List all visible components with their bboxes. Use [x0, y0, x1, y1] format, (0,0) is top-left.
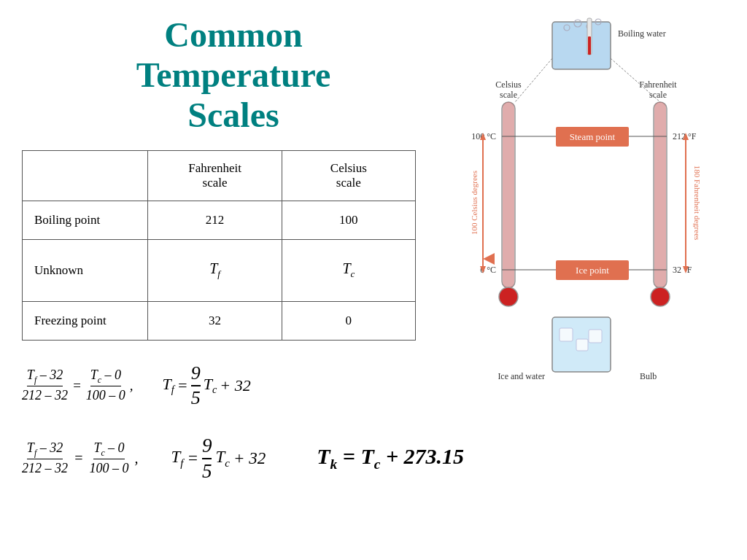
unknown-label: Unknown — [23, 239, 148, 301]
left-section: Common Temperature Scales Fahrenheitscal… — [22, 15, 445, 409]
frac1-num: Tf – 32 — [27, 368, 63, 387]
freezing-fahrenheit: 32 — [148, 301, 282, 340]
equals1: = — [72, 378, 82, 394]
formula2: Tf = 9 5 Tc + 32 — [163, 362, 251, 409]
frac1-den: 212 – 32 — [22, 386, 68, 403]
frac2-num: Tc – 0 — [90, 368, 121, 387]
diagram-svg: Boiling water Celsius scale Fahrenheit s… — [468, 15, 716, 394]
tf-label: Tf — [163, 375, 174, 396]
five-den: 5 — [202, 459, 212, 483]
nine-num: 9 — [202, 435, 212, 459]
kelvin-formula: Tk = Tc + 273.15 — [317, 444, 464, 472]
big-fraction: 9 5 — [191, 362, 201, 409]
col-celsius-header: Celsiusscale — [282, 150, 415, 201]
svg-point-17 — [651, 287, 670, 306]
big-frac-den: 5 — [191, 386, 201, 409]
svg-text:Steam point: Steam point — [570, 131, 616, 142]
right-section: Boiling water Celsius scale Fahrenheit s… — [460, 15, 725, 409]
svg-rect-44 — [589, 330, 602, 343]
table-row: Boiling point 212 100 — [23, 201, 416, 239]
formulas-section: Tf – 32 212 – 32 = Tc – 0 100 – 0 , Tf =… — [22, 362, 445, 409]
freezing-celsius: 0 — [282, 301, 415, 340]
bottom-frac2-num: Tc – 0 — [93, 440, 124, 460]
temperature-table: Fahrenheitscale Celsiusscale Boiling poi… — [22, 150, 416, 341]
svg-rect-0 — [552, 22, 611, 69]
unknown-celsius: Tc — [282, 239, 415, 301]
table-row: Unknown Tf Tc — [23, 239, 416, 301]
svg-text:32 °F: 32 °F — [673, 265, 692, 275]
col-fahrenheit-header: Fahrenheitscale — [148, 150, 282, 201]
comma: , — [130, 378, 133, 394]
title-line3: Scales — [22, 95, 445, 135]
svg-text:Celsius: Celsius — [495, 79, 522, 90]
big-frac-num: 9 — [191, 362, 201, 386]
formula1: Tf – 32 212 – 32 = Tc – 0 100 – 0 , — [22, 368, 133, 404]
tc2-label: Tc — [215, 448, 229, 470]
bottom-frac1: Tf – 32 212 – 32 — [22, 440, 68, 477]
title-line1: Common — [22, 15, 445, 55]
boiling-celsius: 100 — [282, 201, 415, 239]
fraction1: Tf – 32 212 – 32 — [22, 368, 68, 404]
boiling-fahrenheit: 212 — [148, 201, 282, 239]
unknown-fahrenheit: Tf — [148, 239, 282, 301]
svg-text:Bulb: Bulb — [640, 371, 657, 381]
svg-rect-13 — [503, 102, 514, 288]
bottom-frac1-den: 212 – 32 — [22, 459, 68, 476]
bottom-formulas: Tf – 32 212 – 32 = Tc – 0 100 – 0 , Tf =… — [0, 427, 747, 490]
svg-rect-43 — [576, 339, 588, 351]
frac-nine-five: 9 5 — [202, 435, 212, 483]
bottom-comma: , — [135, 450, 139, 467]
bottom-frac1-num: Tf – 32 — [27, 440, 63, 460]
plus-32: + 32 — [220, 376, 250, 395]
bottom-frac2-den: 100 – 0 — [90, 459, 129, 476]
svg-text:Boiling water: Boiling water — [618, 28, 666, 39]
page-title: Common Temperature Scales — [22, 15, 445, 136]
tf2-label: Tf — [171, 448, 184, 470]
bottom-frac2: Tc – 0 100 – 0 — [90, 440, 129, 477]
boiling-point-label: Boiling point — [23, 201, 148, 239]
svg-text:Ice point: Ice point — [576, 265, 609, 276]
svg-text:180 Fahrenheit degrees: 180 Fahrenheit degrees — [693, 166, 702, 241]
eq2: = — [187, 449, 198, 468]
bottom-formula2: Tf = 9 5 Tc + 32 — [171, 435, 266, 483]
temperature-diagram: Boiling water Celsius scale Fahrenheit s… — [468, 15, 716, 394]
title-line2: Temperature — [22, 55, 445, 95]
frac2-den: 100 – 0 — [86, 386, 125, 403]
bottom-eq1: = — [74, 450, 84, 467]
svg-point-14 — [499, 287, 518, 306]
svg-rect-16 — [654, 102, 666, 288]
svg-rect-6 — [588, 36, 591, 55]
bottom-formula1: Tf – 32 212 – 32 = Tc – 0 100 – 0 , — [22, 440, 139, 477]
plus-32b: + 32 — [233, 449, 266, 468]
svg-text:scale: scale — [500, 90, 517, 100]
freezing-point-label: Freezing point — [23, 301, 148, 340]
svg-rect-42 — [560, 328, 573, 341]
table-row: Freezing point 32 0 — [23, 301, 416, 340]
svg-text:Fahrenheit: Fahrenheit — [639, 79, 677, 90]
svg-text:Ice and water: Ice and water — [498, 371, 545, 381]
fraction2: Tc – 0 100 – 0 — [86, 368, 125, 404]
equals2: = — [177, 376, 188, 395]
tc-label: Tc — [204, 375, 217, 396]
svg-text:100 Celsius degrees: 100 Celsius degrees — [470, 171, 479, 235]
